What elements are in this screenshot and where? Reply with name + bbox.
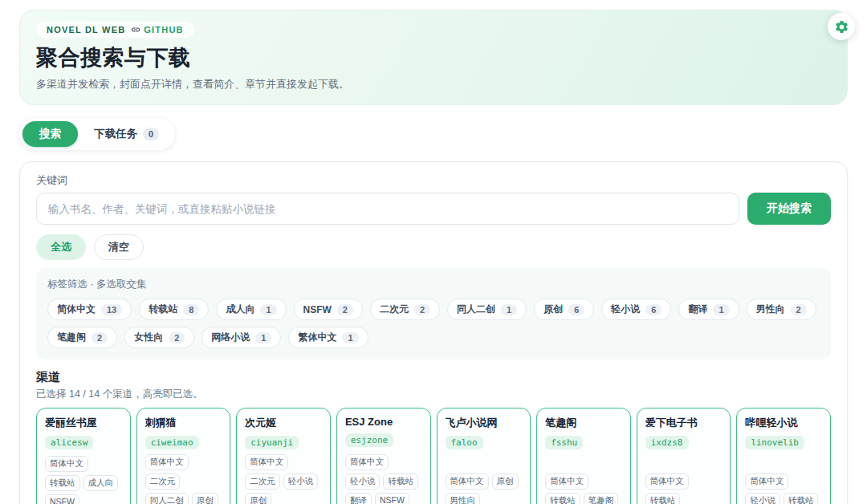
- channel-name: ESJ Zone: [345, 416, 422, 428]
- channel-tag: 成人向: [83, 475, 119, 491]
- channel-code-badge: alicesw: [45, 436, 93, 449]
- filter-tag-chip[interactable]: 成人向 1: [216, 299, 286, 320]
- filter-tag-label: 二次元: [380, 303, 409, 316]
- filter-tag-chip[interactable]: 二次元 2: [370, 299, 440, 320]
- channel-card[interactable]: 笔趣阁 fsshu 简体中文转载站笔趣阁: [536, 408, 631, 504]
- selection-actions: 全选 清空: [36, 234, 831, 260]
- page-title: 聚合搜索与下载: [36, 43, 831, 72]
- filter-tag-chip[interactable]: 翻译 1: [678, 299, 739, 320]
- channel-tag: 笔趣阁: [584, 493, 619, 504]
- tab-downloads-label: 下载任务: [94, 127, 137, 141]
- channels-heading: 渠道: [36, 370, 831, 385]
- filter-tag-count: 2: [414, 304, 430, 315]
- channel-name: 笔趣阁: [545, 416, 622, 430]
- channel-name: 飞卢小说网: [446, 416, 523, 430]
- channel-card[interactable]: 爱丽丝书屋 alicesw 简体中文转载站成人向NSFW: [36, 408, 131, 504]
- channel-card[interactable]: 哔哩轻小说 linovelib 简体中文轻小说转载站: [736, 408, 831, 504]
- channel-tag: 原创: [492, 474, 519, 490]
- channel-card[interactable]: 飞卢小说网 faloo 简体中文原创男性向: [437, 408, 531, 504]
- channel-code-badge: ixdzs8: [645, 436, 689, 449]
- filter-tag-label: 网络小说: [211, 331, 250, 344]
- filter-tag-chip[interactable]: 简体中文 13: [47, 299, 132, 320]
- channel-tag: 转载站: [784, 493, 819, 504]
- app-badge: NOVEL DL WEB GITHUB: [36, 22, 194, 38]
- tag-filter-box: 标签筛选 · 多选取交集 简体中文 13 转载站 8 成人向 1 NSFW 2 …: [36, 268, 831, 360]
- channel-card[interactable]: 爱下电子书 ixdzs8 简体中文转载站: [637, 408, 731, 504]
- channel-card[interactable]: 次元姬 ciyuanji 简体中文二次元轻小说原创: [236, 408, 331, 504]
- filter-tag-chip[interactable]: 转载站 8: [139, 299, 209, 320]
- header-hero: NOVEL DL WEB GITHUB 聚合搜索与下载 多渠道并发检索，封面点开…: [19, 10, 848, 105]
- clear-button[interactable]: 清空: [94, 234, 144, 260]
- filter-tag-count: 2: [169, 332, 185, 343]
- channel-tag: 轻小说: [283, 474, 319, 490]
- channel-tag: 原创: [245, 493, 271, 504]
- channel-tag: 简体中文: [145, 454, 189, 470]
- filter-tag-label: 轻小说: [611, 303, 640, 316]
- filter-tag-chip[interactable]: 原创 6: [534, 299, 594, 320]
- channel-tag: 简体中文: [446, 474, 489, 490]
- filter-tag-count: 1: [713, 304, 729, 315]
- channel-tag: 转载站: [383, 474, 418, 490]
- channel-tag-list: 简体中文二次元轻小说原创: [245, 449, 322, 504]
- filter-tag-chip[interactable]: 女性向 2: [124, 327, 194, 348]
- channel-tag: 简体中文: [745, 474, 788, 490]
- channel-tag-list: 简体中文轻小说转载站: [745, 469, 822, 504]
- channel-tag: 简体中文: [345, 454, 389, 470]
- channel-tag: 原创: [192, 493, 218, 504]
- filter-tag-label: NSFW: [303, 304, 332, 315]
- filter-tag-chip[interactable]: 笔趣阁 2: [47, 327, 117, 348]
- filter-tag-chip[interactable]: 繁体中文 1: [288, 327, 368, 348]
- filter-tag-chip[interactable]: 男性向 2: [747, 299, 816, 320]
- filter-tag-chip[interactable]: NSFW 2: [294, 299, 363, 320]
- channels-header: 渠道 已选择 14 / 14 个渠道，高亮即已选。: [36, 370, 831, 401]
- tab-search[interactable]: 搜索: [22, 121, 78, 147]
- channel-code-badge: esjzone: [345, 433, 393, 447]
- tab-downloads[interactable]: 下载任务 0: [81, 121, 172, 147]
- search-input[interactable]: [36, 193, 739, 225]
- start-search-button[interactable]: 开始搜索: [747, 193, 831, 225]
- search-panel: 关键词 开始搜索 全选 清空 标签筛选 · 多选取交集 简体中文 13 转载站 …: [19, 161, 848, 504]
- search-row: 开始搜索: [36, 193, 831, 225]
- settings-button[interactable]: [828, 13, 855, 40]
- downloads-count-badge: 0: [143, 128, 159, 140]
- filter-tag-label: 女性向: [134, 331, 163, 344]
- channel-name: 爱下电子书: [645, 416, 722, 430]
- channels-subheading: 已选择 14 / 14 个渠道，高亮即已选。: [36, 388, 831, 401]
- channel-tag-list: 简体中文原创男性向: [446, 469, 523, 504]
- filter-tag-count: 2: [92, 332, 108, 343]
- keyword-label: 关键词: [36, 173, 831, 188]
- filter-tag-label: 转载站: [149, 303, 177, 316]
- filter-tag-count: 6: [645, 304, 661, 315]
- channel-tag: NSFW: [45, 494, 79, 504]
- link-icon: [131, 25, 140, 35]
- channel-code-badge: ciweimao: [145, 436, 199, 449]
- channel-code-badge: faloo: [446, 436, 483, 449]
- filter-tag-label: 同人二创: [457, 303, 495, 316]
- filter-tag-label: 笔趣阁: [57, 331, 86, 344]
- channel-tag: 男性向: [446, 493, 481, 504]
- page: NOVEL DL WEB GITHUB 聚合搜索与下载 多渠道并发检索，封面点开…: [0, 0, 867, 504]
- channel-card[interactable]: ESJ Zone esjzone 简体中文轻小说转载站翻译NSFW: [336, 408, 431, 504]
- filter-tag-count: 2: [791, 304, 807, 315]
- github-label: GITHUB: [144, 25, 183, 35]
- filter-chip-list: 简体中文 13 转载站 8 成人向 1 NSFW 2 二次元 2 同人二创 1 …: [47, 299, 820, 348]
- filter-tag-count: 2: [337, 304, 353, 315]
- channel-tag: NSFW: [375, 493, 409, 504]
- channel-tag: 轻小说: [745, 493, 780, 504]
- channel-tag: 轻小说: [345, 474, 381, 490]
- channel-grid: 爱丽丝书屋 alicesw 简体中文转载站成人向NSFW 刺猬猫 ciweima…: [36, 408, 831, 504]
- filter-tag-chip[interactable]: 轻小说 6: [601, 299, 671, 320]
- channel-tag: 简体中文: [545, 474, 588, 490]
- app-name: NOVEL DL WEB: [47, 25, 125, 35]
- filter-tag-count: 6: [568, 304, 584, 315]
- filter-tag-chip[interactable]: 同人二创 1: [447, 299, 527, 320]
- filter-tag-label: 男性向: [756, 303, 785, 316]
- filter-tag-label: 原创: [543, 303, 563, 316]
- select-all-button[interactable]: 全选: [36, 234, 86, 260]
- channel-tag: 简体中文: [45, 456, 88, 472]
- filter-tag-chip[interactable]: 网络小说 1: [201, 327, 281, 348]
- gear-icon: [834, 19, 849, 35]
- channel-code-badge: fsshu: [545, 436, 583, 449]
- github-link[interactable]: GITHUB: [131, 25, 183, 35]
- channel-card[interactable]: 刺猬猫 ciweimao 简体中文二次元同人二创原创: [136, 408, 231, 504]
